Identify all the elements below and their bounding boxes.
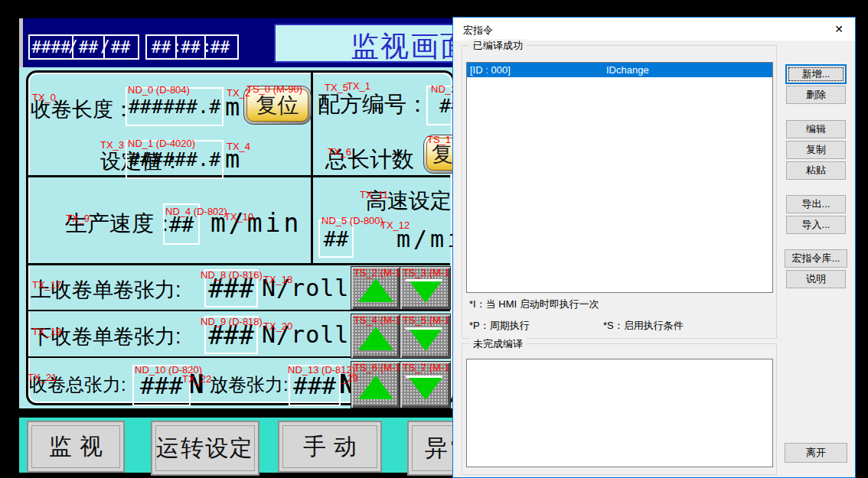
tag-tx10: TX_10 [224, 212, 253, 223]
tag-tx4: TX_4 [227, 141, 250, 152]
up-arrow-icon [358, 376, 393, 399]
new-button[interactable]: 新增... [786, 65, 846, 83]
close-icon[interactable]: ✕ [834, 23, 844, 35]
upper-tension-decrease-button[interactable]: TS_3 (M-1 [400, 266, 451, 310]
tag-frag29: _29 [341, 373, 358, 384]
down-arrow-icon [408, 327, 443, 351]
upper-tension-increase-button[interactable]: TS_2 (M-1 [351, 266, 400, 310]
time-display[interactable]: ## ## ## : : [145, 34, 239, 60]
uncompiled-group-label: 未完成编译 [469, 337, 527, 351]
tag-nd5: ND_5 (D-800) [321, 216, 383, 226]
tag-tx19: TX_19 [32, 327, 61, 337]
tag-tx12: TX_12 [380, 220, 410, 231]
macro-dialog: 宏指令 ✕ 已编译成功 [ID : 000] IDchange *I：当 HMI… [452, 17, 856, 478]
note-condition-run: *S：启用执行条件 [603, 319, 684, 333]
app-root: #### ## ## / / ## ## ## : : 监视画面 收卷长度： #… [0, 0, 868, 478]
date-display[interactable]: #### ## ## / / [28, 34, 139, 60]
unwind-tension-label: 放卷张力: [210, 372, 289, 397]
upper-increase-tag: TS_2 (M-1 [354, 268, 400, 278]
tag-nd9: ND_9 (D-818) [201, 317, 263, 327]
import-button[interactable]: 导入... [786, 216, 846, 234]
copy-button[interactable]: 复制 [786, 141, 846, 159]
date-slash-1: / [68, 37, 78, 56]
nav-button-manual[interactable]: 手动 [278, 421, 382, 473]
compiled-macro-list[interactable]: [ID : 000] IDchange [466, 62, 773, 293]
tag-tx6: TX_6 [328, 147, 351, 158]
nav-button-monitor[interactable]: 监视 [27, 421, 125, 473]
down-arrow-icon [408, 376, 443, 400]
tag-tx1: TX_1 [347, 81, 370, 92]
down-arrow-highlight [406, 279, 442, 281]
lower-decrease-tag: TS_5 (M-1 [403, 315, 449, 326]
macro-library-button[interactable]: 宏指令库... [785, 249, 847, 268]
lower-increase-tag: TS_4 (M-1 [354, 315, 400, 326]
tag-tx20: TX_20 [263, 321, 292, 332]
date-slash-2: / [100, 37, 110, 56]
total-tension-decrease-button[interactable]: TS_7 (M-1 [400, 361, 451, 408]
recipe-number-label: 配方编号： [318, 89, 429, 120]
lower-tension-increase-button[interactable]: TS_4 (M-1 [351, 314, 400, 359]
dialog-titlebar[interactable]: 宏指令 ✕ [453, 18, 855, 41]
divider-h3 [28, 310, 450, 311]
compiled-group-label: 已编译成功 [469, 39, 527, 53]
delete-button[interactable]: 删除 [786, 86, 846, 104]
tag-nd4: ND_4 (D-802) [165, 206, 227, 217]
tag-nd1: ND_1 (D-4020) [128, 138, 195, 149]
up-arrow-icon [358, 278, 393, 302]
screen-title-box: 监视画面 [274, 24, 454, 63]
macro-id: [ID : 000] [470, 63, 511, 77]
time-colon-1: : [172, 37, 182, 56]
divider-h2 [28, 263, 450, 265]
note-initial-run: *I：当 HMI 启动时即执行一次 [469, 298, 599, 311]
tag-tx0: TX_0 [32, 93, 56, 103]
down-arrow-highlight [406, 376, 442, 378]
tag-nd8: ND_8 (D-816) [201, 270, 263, 281]
total-increase-tag: TS_6 (M-1 [354, 363, 400, 373]
exit-button[interactable]: 离开 [785, 443, 847, 463]
tag-tx3: TX_3 [100, 140, 124, 151]
macro-name: IDchange [606, 63, 649, 77]
time-colon-2: : [202, 37, 212, 56]
tag-tx9: TX_9 [66, 213, 90, 224]
nav-button-run-setting[interactable]: 运转设定 [151, 421, 259, 476]
up-arrow-icon [358, 327, 393, 350]
export-button[interactable]: 导出... [786, 195, 846, 213]
dialog-title: 宏指令 [463, 24, 493, 37]
edit-button[interactable]: 编辑 [786, 120, 846, 138]
macro-list-item[interactable]: [ID : 000] IDchange [467, 63, 772, 77]
lower-tension-decrease-button[interactable]: TS_5 (M-1 [400, 314, 451, 359]
tag-tx22: TX_22 [182, 374, 211, 385]
help-button[interactable]: 说明 [786, 270, 846, 288]
tag-ts1: TS_1 [427, 135, 451, 145]
down-arrow-icon [408, 279, 443, 303]
tag-tx11: TX_11 [360, 190, 388, 200]
divider-h1 [28, 175, 450, 177]
note-periodic-run: *P：周期执行 [469, 319, 530, 333]
tag-ts0: TS_0 (M-90) [246, 84, 302, 95]
total-decrease-tag: TS_7 (M-1 [403, 363, 449, 373]
tag-nd0: ND_0 (D-804) [128, 85, 190, 96]
tag-tx5: TX_5 [325, 83, 348, 93]
tag-tx21: TX_21 [28, 372, 57, 383]
tag-tx17: TX_17 [32, 280, 61, 291]
upper-decrease-tag: TS_3 (M-1 [403, 268, 449, 278]
uncompiled-macro-list[interactable] [466, 359, 773, 467]
down-arrow-highlight [406, 327, 442, 330]
paste-button[interactable]: 粘贴 [786, 161, 846, 180]
screen-title: 监视画面 [351, 28, 454, 63]
total-tension-increase-button[interactable]: TS_6 (M-1 [351, 361, 400, 408]
tag-tx18: TX_18 [263, 275, 292, 285]
date-year: #### [30, 36, 73, 58]
